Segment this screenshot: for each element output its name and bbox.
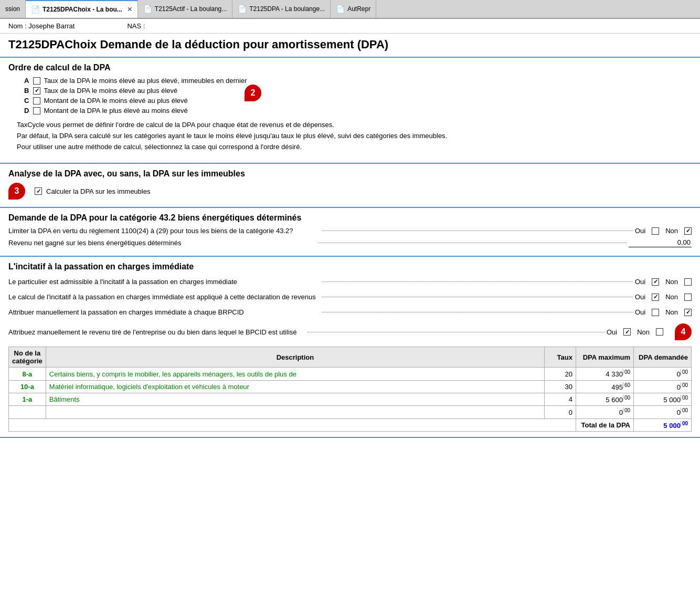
- option-b-label: Taux de la DPA le moins élevé au plus él…: [44, 87, 177, 95]
- row-8a-taux: 20: [545, 368, 576, 380]
- row-1a-no: 1-a: [9, 393, 46, 406]
- oui-non-group-inc4: Oui Non 4: [607, 323, 692, 340]
- section-ordre-title: Ordre de calcul de la DPA: [8, 63, 692, 72]
- non-checkbox-inc1[interactable]: [684, 278, 692, 286]
- row-10a-desc[interactable]: Matériel informatique, logiciels d'explo…: [46, 380, 544, 393]
- info-line-3: Pour utiliser une autre méthode de calcu…: [17, 143, 302, 151]
- option-d-row: D Montant de la DPA le plus élevé au moi…: [24, 107, 692, 114]
- option-c-checkbox[interactable]: [33, 97, 40, 104]
- th-dpa-dem: DPA demandée: [634, 347, 692, 368]
- section-analyse-title: Analyse de la DPA avec, ou sans, la DPA …: [8, 169, 692, 179]
- option-c-letter: C: [24, 97, 29, 104]
- th-desc: Description: [46, 347, 544, 368]
- tab-autrepr-label: AutRepr: [347, 5, 370, 13]
- option-b-checkbox[interactable]: [33, 87, 40, 95]
- row-1a-taux: 4: [545, 393, 576, 406]
- cat432-question1-row: Limiter la DPA en vertu du règlement 110…: [8, 227, 692, 235]
- nas-label: NAS :: [127, 22, 145, 30]
- row-empty-desc: [46, 406, 544, 418]
- oui-checkbox-inc2[interactable]: [652, 294, 659, 301]
- row-8a-dpa-dem[interactable]: 000: [634, 368, 692, 380]
- revenu-value-input[interactable]: [629, 238, 692, 247]
- section-incitatif-title: L'incitatif à la passation en charges im…: [8, 262, 692, 271]
- section-analyse: Analyse de la DPA avec, ou sans, la DPA …: [0, 164, 700, 208]
- cat432-question1-text: Limiter la DPA en vertu du règlement 110…: [8, 227, 320, 235]
- oui-checkbox-1[interactable]: [652, 227, 659, 235]
- incitatif-q3-text: Attribuer manuellement la passation en c…: [8, 308, 320, 316]
- tab-t2125dpa-label: T2125DPA - La boulange...: [249, 5, 325, 13]
- revenu-text: Revenu net gagné sur les biens énergétiq…: [8, 239, 316, 247]
- row-empty-dpa-max: 000: [576, 406, 634, 418]
- incitatif-row-4: Attribuez manuellement le revenu tiré de…: [8, 321, 692, 342]
- incitatif-row-2: Le calcul de l'incitatif à la passation …: [8, 291, 692, 303]
- total-empty: [9, 418, 576, 431]
- table-row-empty: 0 000 000: [9, 406, 692, 418]
- oui-checkbox-inc4[interactable]: [623, 328, 631, 336]
- table-total-row: Total de la DPA 5 00000: [9, 418, 692, 431]
- non-checkbox-inc4[interactable]: [656, 328, 663, 336]
- row-10a-taux: 30: [545, 380, 576, 393]
- option-a-label: Taux de la DPA le moins élevé au plus él…: [44, 77, 247, 85]
- row-empty-no: [9, 406, 46, 418]
- dots-6: [307, 332, 604, 332]
- cat432-revenu-row: Revenu net gagné sur les biens énergétiq…: [8, 238, 692, 247]
- option-a-letter: A: [24, 77, 29, 85]
- tab-session[interactable]: ssion: [0, 0, 26, 18]
- tab-t2125dpa[interactable]: 📄 T2125DPA - La boulange...: [232, 0, 331, 18]
- tab-session-label: ssion: [5, 5, 20, 13]
- tab-t2125dpachoix-label: T2125DPAChoix - La bou...: [43, 6, 122, 13]
- section-incitatif: L'incitatif à la passation en charges im…: [0, 257, 700, 438]
- dots-1: [322, 231, 633, 231]
- header-nom: Nom : Josephe Barrat: [8, 22, 75, 30]
- th-dpa-max: DPA maximum: [576, 347, 634, 368]
- option-a-checkbox[interactable]: [33, 77, 40, 85]
- doc-icon: 📄: [31, 5, 40, 14]
- section-cat432-title: Demande de la DPA pour la catégorie 43.2…: [8, 213, 692, 223]
- analyse-checkbox[interactable]: [35, 187, 42, 195]
- oui-label-inc1: Oui: [635, 278, 645, 286]
- tab-t2125actif-label: T2125Actif - La boulang...: [155, 5, 227, 13]
- analyse-row: 3 Calculer la DPA sur les immeubles: [8, 183, 692, 200]
- non-checkbox-inc2[interactable]: [684, 294, 692, 301]
- table-row-8a: 8-a Certains biens, y compris le mobilie…: [9, 368, 692, 380]
- total-value: 5 00000: [634, 418, 692, 431]
- tab-t2125dpachoix[interactable]: 📄 T2125DPAChoix - La bou... ✕: [26, 0, 138, 18]
- option-d-label: Montant de la DPA le plus élevé au moins…: [44, 107, 187, 114]
- page-title-section: T2125DPAChoix Demande de la déduction po…: [0, 34, 700, 58]
- row-1a-dpa-dem[interactable]: 5 00000: [634, 393, 692, 406]
- annotation-2: 2: [245, 85, 261, 101]
- oui-checkbox-inc1[interactable]: [652, 278, 659, 286]
- option-c-label: Montant de la DPA le moins élevé au plus…: [44, 97, 187, 104]
- total-label: Total de la DPA: [576, 418, 634, 431]
- non-checkbox-inc3[interactable]: [684, 309, 692, 316]
- tab-close-icon[interactable]: ✕: [127, 6, 132, 13]
- row-8a-desc[interactable]: Certains biens, y compris le mobilier, l…: [46, 368, 544, 380]
- row-10a-no: 10-a: [9, 380, 46, 393]
- non-label-inc2: Non: [665, 293, 678, 301]
- non-checkbox-1[interactable]: [684, 227, 692, 235]
- incitatif-q1-text: Le particulier est admissible à l'incita…: [8, 278, 320, 286]
- tab-t2125actif[interactable]: 📄 T2125Actif - La boulang...: [138, 0, 232, 18]
- form-code: T2125DPAChoix: [8, 38, 97, 51]
- row-1a-desc[interactable]: Bâtiments: [46, 393, 544, 406]
- dots-4: [322, 297, 633, 297]
- th-taux: Taux: [545, 347, 576, 368]
- row-empty-dpa-dem[interactable]: 000: [634, 406, 692, 418]
- tab-autrepr[interactable]: 📄 AutRepr: [331, 0, 376, 18]
- option-d-checkbox[interactable]: [33, 107, 40, 114]
- section-categorie432: Demande de la DPA pour la catégorie 43.2…: [0, 208, 700, 257]
- row-10a-dpa-dem[interactable]: 000: [634, 380, 692, 393]
- table-row-1a: 1-a Bâtiments 4 5 60000 5 00000: [9, 393, 692, 406]
- table-row-10a: 10-a Matériel informatique, logiciels d'…: [9, 380, 692, 393]
- nom-label: Nom :: [8, 22, 27, 30]
- non-label-inc3: Non: [665, 308, 678, 316]
- doc-icon-3: 📄: [238, 5, 247, 13]
- oui-checkbox-inc3[interactable]: [652, 309, 659, 316]
- header-nas: NAS :: [127, 22, 145, 30]
- option-c-row: C Montant de la DPA le moins élevé au pl…: [24, 97, 692, 104]
- nom-value-text: Josephe Barrat: [28, 22, 75, 30]
- annotation-4: 4: [675, 323, 692, 340]
- incitatif-q4-text: Attribuez manuellement le revenu tiré de…: [8, 328, 305, 336]
- info-line-1: TaxCycle vous permet de définir l'ordre …: [17, 121, 334, 129]
- dpa-table: No de lacatégorie Description Taux DPA m…: [8, 347, 692, 432]
